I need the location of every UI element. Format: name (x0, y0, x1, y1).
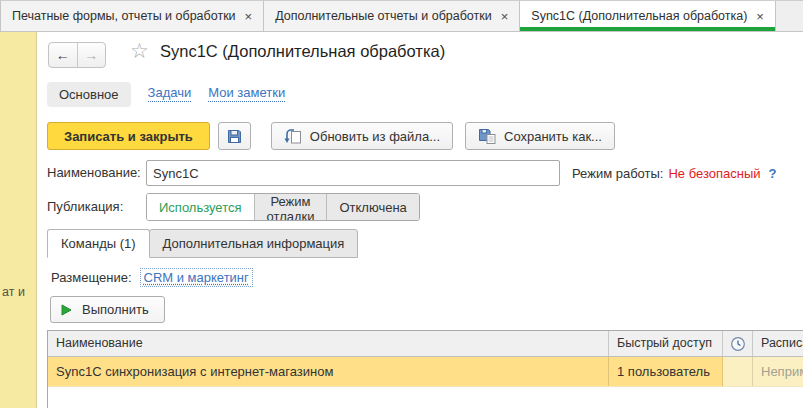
window-tab-label: Дополнительные отчеты и обработки (275, 9, 492, 23)
column-header-schedule[interactable]: Расписание (753, 331, 803, 356)
table-header-row: Наименование Быстрый доступ Расписание (48, 331, 803, 357)
menu-item-main[interactable]: Основное (47, 82, 131, 107)
nav-history-buttons: ← → (48, 42, 106, 68)
cell-schedule[interactable]: Неприменимо (753, 357, 803, 386)
app-window: Печатные формы, отчеты и обработки × Доп… (0, 0, 803, 408)
safe-mode-indicator: Режим работы: Не безопасный ? (572, 159, 776, 187)
close-icon[interactable]: × (756, 10, 764, 23)
update-from-file-button[interactable]: Обновить из файла... (271, 122, 453, 150)
background-panel: ат и (0, 32, 37, 408)
tab-bar-filler (776, 1, 803, 31)
save-and-close-button[interactable]: Записать и закрыть (47, 122, 210, 150)
publication-option-disabled[interactable]: Отключена (326, 194, 418, 220)
help-icon[interactable]: ? (769, 166, 777, 181)
mode-value: Не безопасный (668, 166, 760, 181)
run-button[interactable]: Выполнить (50, 296, 165, 323)
table-row[interactable]: Sync1C синхронизация с интернет-магазино… (48, 357, 803, 387)
update-from-file-icon (284, 128, 302, 144)
tab-additional-info[interactable]: Дополнительная информация (149, 229, 359, 258)
favorite-star-icon[interactable]: ☆ (130, 40, 149, 61)
publication-label: Публикация: (47, 199, 123, 214)
run-button-label: Выполнить (82, 302, 149, 317)
window-tab-additional-reports[interactable]: Дополнительные отчеты и обработки × (264, 1, 520, 31)
close-icon[interactable]: × (245, 10, 253, 23)
save-as-icon (478, 128, 496, 144)
window-tab-print-forms[interactable]: Печатные формы, отчеты и обработки × (0, 1, 264, 31)
name-label: Наименование: (47, 165, 141, 180)
back-button[interactable]: ← (49, 43, 77, 67)
publication-row: Публикация: Используется Режим отладки О… (47, 193, 123, 221)
close-icon[interactable]: × (501, 10, 509, 23)
form-menu: Основное Задачи Мои заметки (47, 81, 285, 107)
publication-option-used[interactable]: Используется (147, 194, 254, 220)
save-as-button[interactable]: Сохранить как... (465, 122, 615, 150)
publication-switch: Используется Режим отладки Отключена (146, 193, 420, 221)
save-as-label: Сохранить как... (504, 129, 602, 144)
background-text-fragment: ат и (2, 285, 25, 299)
page-tabs: Команды (1) Дополнительная информация (47, 229, 357, 258)
forward-button[interactable]: → (77, 43, 106, 67)
column-header-name[interactable]: Наименование (48, 331, 609, 356)
placement-label: Размещение: (51, 270, 132, 285)
name-input[interactable] (146, 160, 560, 186)
form-panel: ← → ☆ Sync1C (Дополнительная обработка) … (37, 32, 803, 408)
command-toolbar: Записать и закрыть Обновить из файла... (47, 122, 615, 150)
window-tab-label: Печатные формы, отчеты и обработки (12, 9, 236, 23)
cell-quick-access[interactable]: 1 пользователь (609, 357, 723, 386)
menu-item-my-notes[interactable]: Мои заметки (208, 86, 285, 102)
commands-table: Наименование Быстрый доступ Расписание S… (47, 330, 803, 408)
play-icon (61, 304, 72, 316)
window-tab-sync1c[interactable]: Sync1C (Дополнительная обработка) × (520, 1, 776, 31)
tab-commands[interactable]: Команды (1) (47, 229, 150, 258)
save-button[interactable] (218, 122, 251, 150)
cell-command-name[interactable]: Sync1C синхронизация с интернет-магазино… (48, 357, 609, 386)
page-title: Sync1C (Дополнительная обработка) (160, 42, 445, 61)
cell-schedule-flag[interactable] (723, 357, 753, 386)
menu-item-tasks[interactable]: Задачи (148, 86, 192, 102)
window-tab-label: Sync1C (Дополнительная обработка) (531, 9, 747, 23)
window-tab-bar: Печатные формы, отчеты и обработки × Доп… (0, 0, 803, 32)
column-header-quick-access[interactable]: Быстрый доступ (609, 331, 723, 356)
update-from-file-label: Обновить из файла... (310, 129, 440, 144)
name-field-row: Наименование: Режим работы: Не безопасны… (47, 159, 803, 187)
mode-label: Режим работы: (572, 166, 663, 181)
placement-link[interactable]: CRM и маркетинг (140, 268, 253, 287)
save-icon (226, 128, 243, 145)
publication-option-debug-mode[interactable]: Режим отладки (254, 194, 327, 220)
clock-icon (730, 336, 746, 352)
column-header-schedule-flag[interactable] (723, 331, 753, 356)
placement-row: Размещение: CRM и маркетинг (51, 265, 253, 289)
